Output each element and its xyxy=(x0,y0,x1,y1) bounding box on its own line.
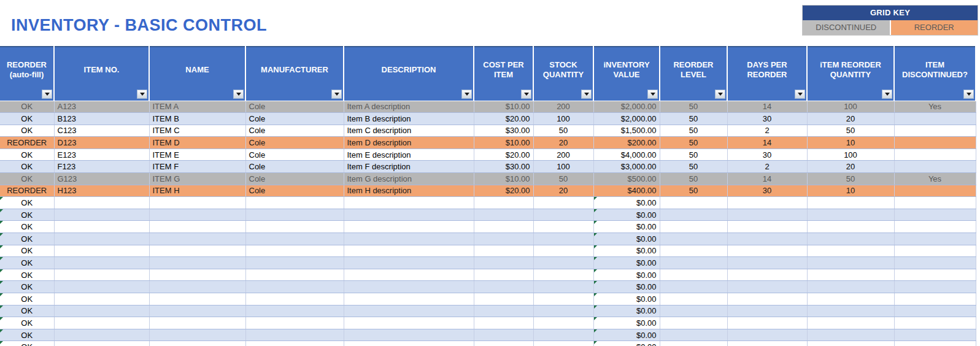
cell-reorder_level[interactable] xyxy=(660,293,727,306)
cell-days_per_reorder[interactable] xyxy=(727,233,807,245)
cell-item_no[interactable] xyxy=(54,281,149,293)
cell-cost_per_item[interactable]: $10.00 xyxy=(474,101,533,113)
cell-cost_per_item[interactable] xyxy=(474,257,533,269)
cell-description[interactable] xyxy=(344,329,474,341)
cell-item_discontinued[interactable] xyxy=(894,257,976,269)
cell-status[interactable]: OK xyxy=(0,341,54,346)
cell-description[interactable] xyxy=(344,245,474,257)
cell-item_discontinued[interactable] xyxy=(894,197,976,209)
cell-reorder_level[interactable] xyxy=(660,245,727,257)
cell-status[interactable]: OK xyxy=(0,257,54,269)
cell-description[interactable] xyxy=(344,221,474,233)
cell-days_per_reorder[interactable]: 14 xyxy=(727,137,807,149)
cell-description[interactable] xyxy=(344,269,474,281)
cell-stock_quantity[interactable]: 200 xyxy=(533,148,593,161)
cell-description[interactable] xyxy=(344,341,474,346)
cell-item_reorder_quantity[interactable] xyxy=(807,269,894,281)
cell-name[interactable] xyxy=(149,209,245,221)
cell-item_reorder_quantity[interactable] xyxy=(807,293,894,306)
cell-manufacturer[interactable]: Cole xyxy=(245,101,344,113)
cell-name[interactable] xyxy=(149,221,245,233)
cell-item_no[interactable] xyxy=(54,245,149,257)
cell-item_discontinued[interactable]: Yes xyxy=(894,101,976,113)
cell-item_no[interactable] xyxy=(54,221,149,233)
cell-reorder_level[interactable]: 50 xyxy=(660,101,727,113)
cell-inventory_value[interactable]: $0.00 xyxy=(593,233,660,245)
cell-inventory_value[interactable]: $3,000.00 xyxy=(593,161,660,173)
cell-description[interactable]: Item A description xyxy=(344,101,474,113)
cell-stock_quantity[interactable] xyxy=(533,233,593,245)
cell-name[interactable]: ITEM G xyxy=(149,173,245,185)
cell-item_reorder_quantity[interactable]: 100 xyxy=(807,101,894,113)
cell-item_no[interactable]: A123 xyxy=(54,101,149,113)
cell-item_no[interactable]: H123 xyxy=(54,185,149,197)
cell-item_discontinued[interactable] xyxy=(894,269,976,281)
cell-item_reorder_quantity[interactable] xyxy=(807,341,894,346)
cell-reorder_level[interactable]: 50 xyxy=(660,148,727,161)
cell-reorder_level[interactable] xyxy=(660,269,727,281)
cell-days_per_reorder[interactable]: 2 xyxy=(727,161,807,173)
filter-dropdown-icon[interactable] xyxy=(137,90,147,99)
cell-manufacturer[interactable]: Cole xyxy=(245,173,344,185)
cell-cost_per_item[interactable] xyxy=(474,341,533,346)
cell-description[interactable]: Item B description xyxy=(344,113,474,125)
cell-status[interactable]: OK xyxy=(0,269,54,281)
cell-item_discontinued[interactable] xyxy=(894,329,976,341)
cell-item_no[interactable] xyxy=(54,293,149,306)
cell-name[interactable] xyxy=(149,341,245,346)
cell-reorder_level[interactable] xyxy=(660,341,727,346)
cell-item_reorder_quantity[interactable] xyxy=(807,233,894,245)
cell-reorder_level[interactable] xyxy=(660,281,727,293)
cell-item_no[interactable]: G123 xyxy=(54,173,149,185)
cell-cost_per_item[interactable]: $10.00 xyxy=(474,137,533,149)
cell-status[interactable]: OK xyxy=(0,233,54,245)
cell-status[interactable]: OK xyxy=(0,305,54,317)
cell-status[interactable]: REORDER xyxy=(0,137,54,149)
cell-name[interactable]: ITEM E xyxy=(149,148,245,161)
cell-item_reorder_quantity[interactable] xyxy=(807,209,894,221)
cell-cost_per_item[interactable] xyxy=(474,269,533,281)
cell-days_per_reorder[interactable] xyxy=(727,305,807,317)
cell-days_per_reorder[interactable] xyxy=(727,269,807,281)
cell-stock_quantity[interactable]: 20 xyxy=(533,137,593,149)
cell-name[interactable] xyxy=(149,317,245,329)
cell-status[interactable]: OK xyxy=(0,209,54,221)
cell-item_reorder_quantity[interactable] xyxy=(807,257,894,269)
cell-item_reorder_quantity[interactable] xyxy=(807,329,894,341)
cell-days_per_reorder[interactable] xyxy=(727,281,807,293)
filter-dropdown-icon[interactable] xyxy=(581,90,592,99)
cell-item_discontinued[interactable] xyxy=(894,137,976,149)
cell-description[interactable]: Item F description xyxy=(344,161,474,173)
cell-reorder_level[interactable] xyxy=(660,197,727,209)
cell-cost_per_item[interactable]: $20.00 xyxy=(474,185,533,197)
cell-status[interactable]: OK xyxy=(0,101,54,113)
cell-stock_quantity[interactable]: 50 xyxy=(533,173,593,185)
cell-description[interactable] xyxy=(344,233,474,245)
filter-dropdown-icon[interactable] xyxy=(715,90,725,99)
cell-item_no[interactable]: D123 xyxy=(54,137,149,149)
cell-manufacturer[interactable]: Cole xyxy=(245,161,344,173)
cell-item_no[interactable]: C123 xyxy=(54,125,149,137)
cell-item_discontinued[interactable] xyxy=(894,293,976,306)
cell-reorder_level[interactable]: 50 xyxy=(660,173,727,185)
cell-stock_quantity[interactable] xyxy=(533,281,593,293)
cell-inventory_value[interactable]: $4,000.00 xyxy=(593,148,660,161)
cell-stock_quantity[interactable] xyxy=(533,197,593,209)
cell-cost_per_item[interactable]: $20.00 xyxy=(474,148,533,161)
cell-days_per_reorder[interactable]: 14 xyxy=(727,173,807,185)
cell-item_reorder_quantity[interactable] xyxy=(807,245,894,257)
cell-cost_per_item[interactable] xyxy=(474,245,533,257)
cell-inventory_value[interactable]: $500.00 xyxy=(593,173,660,185)
cell-item_reorder_quantity[interactable]: 20 xyxy=(807,113,894,125)
cell-stock_quantity[interactable] xyxy=(533,293,593,306)
cell-cost_per_item[interactable] xyxy=(474,293,533,306)
cell-status[interactable]: OK xyxy=(0,125,54,137)
filter-dropdown-icon[interactable] xyxy=(521,90,531,99)
cell-manufacturer[interactable] xyxy=(245,317,344,329)
cell-name[interactable]: ITEM H xyxy=(149,185,245,197)
cell-stock_quantity[interactable] xyxy=(533,329,593,341)
cell-item_no[interactable]: F123 xyxy=(54,161,149,173)
cell-manufacturer[interactable] xyxy=(245,329,344,341)
cell-name[interactable] xyxy=(149,197,245,209)
cell-name[interactable] xyxy=(149,305,245,317)
